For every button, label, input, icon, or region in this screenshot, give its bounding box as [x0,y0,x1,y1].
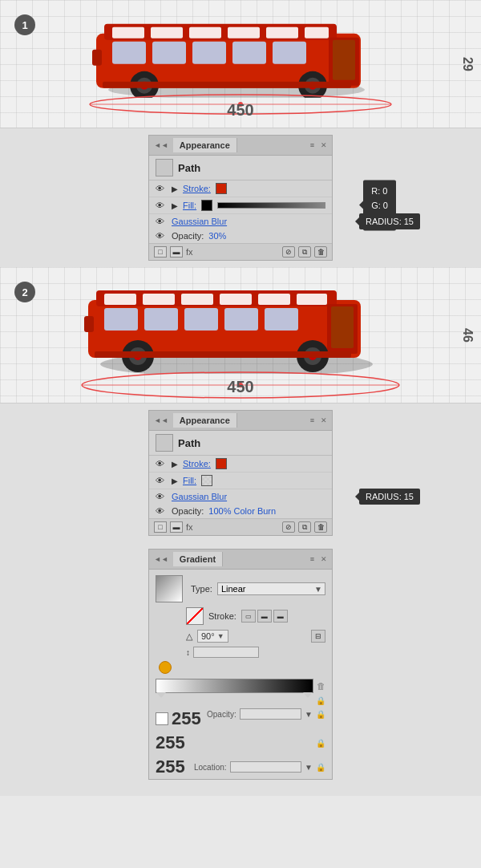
stroke-2-expand-arrow[interactable]: ▶ [172,460,178,468]
stroke-color-swatch[interactable] [216,183,227,194]
stroke-visibility-eye[interactable]: 👁 [156,184,167,193]
gradient-bar[interactable] [156,679,313,693]
fill-2-expand-arrow[interactable]: ▶ [172,477,178,485]
opacity-input[interactable] [240,708,301,720]
panel-footer-no-icon[interactable]: ⊘ [282,246,295,258]
stroke-button-group: ▭ ▬ ▬ [241,610,288,623]
stroke-expand-arrow[interactable]: ▶ [172,185,178,193]
gradient-aspect-btn[interactable]: ⊟ [311,630,325,643]
svg-rect-23 [103,81,351,87]
fill-color-swatch[interactable] [201,200,212,211]
gradient-stop-right[interactable] [303,692,313,698]
panel-footer-copy-icon[interactable]: ⧉ [298,246,311,258]
opacity-dropdown[interactable]: ▼ [305,710,313,719]
step-badge-1: 1 [14,14,35,35]
gradient-preview-swatch[interactable] [156,575,183,602]
fx-label[interactable]: fx [186,247,193,257]
color-lock-2[interactable]: 🔒 [316,739,325,748]
gradient-angle-dropdown[interactable]: ▼ [217,632,224,640]
svg-rect-50 [95,351,351,358]
fill-2-visibility-eye[interactable]: 👁 [156,476,167,485]
stroke-2-label[interactable]: Stroke: [183,459,211,468]
gradient-tab[interactable]: Gradient [173,552,223,566]
gradient-bar-delete[interactable]: 🗑 [317,681,325,691]
gaussian-blur-row: 👁 Gaussian Blur RADIUS: 15 [149,214,332,229]
gradient-angle-value: 90° [201,631,215,641]
stroke-btn-1[interactable]: ▭ [241,610,256,623]
gradient-aspect-input[interactable] [193,647,259,658]
stroke-label[interactable]: Stroke: [183,184,211,193]
svg-rect-10 [152,41,186,63]
location-input[interactable] [230,761,302,773]
location-lock[interactable]: 🔒 [316,763,325,772]
color-value-2: 255 [156,732,188,753]
stroke-btn-2[interactable]: ▬ [257,610,272,623]
svg-rect-8 [305,26,329,38]
color-swatch-white[interactable] [156,712,168,725]
stroke-2-visibility-eye[interactable]: 👁 [156,459,167,468]
svg-rect-11 [192,41,226,63]
panel-2-footer-rect-icon[interactable]: ▬ [170,521,183,533]
opacity-lock[interactable]: 🔒 [316,710,325,719]
gradient-angle-input[interactable]: 90° ▼ [197,630,228,643]
dim-width-1: 450 [227,101,253,120]
panel-2-footer-copy-icon[interactable]: ⧉ [298,521,311,533]
location-dropdown[interactable]: ▼ [305,763,313,772]
svg-rect-37 [144,308,178,331]
panel-2-close-button[interactable]: ✕ [321,416,327,424]
gradient-type-select[interactable]: Linear Radial [217,582,325,595]
svg-rect-5 [189,26,221,38]
radius-tooltip: RADIUS: 15 [359,213,420,229]
panel-1-titlebar: ◄◄ Appearance ≡ ✕ [149,136,332,156]
fill-2-color-swatch[interactable] [201,475,212,486]
panel-collapse-arrows[interactable]: ◄◄ [154,141,168,149]
fill-expand-arrow[interactable]: ▶ [172,201,178,210]
panel-2-tab-appearance[interactable]: Appearance [173,413,237,428]
svg-rect-7 [266,26,298,38]
stroke-btn-3[interactable]: ▬ [273,610,288,623]
svg-rect-40 [265,308,298,331]
panel-close-button[interactable]: ✕ [321,141,327,149]
panel-path-row: Path [149,156,332,180]
path-2-label: Path [178,437,200,449]
panel-2-footer-square-icon[interactable]: □ [154,521,167,533]
opacity-value[interactable]: 30% [208,231,226,241]
path-2-thumbnail [156,434,173,452]
fill-visibility-eye[interactable]: 👁 [156,201,167,210]
svg-rect-36 [104,308,138,331]
fill-label[interactable]: Fill: [183,201,196,210]
opacity-2-visibility-eye[interactable]: 👁 [156,506,167,516]
gradient-close-button[interactable]: ✕ [321,555,327,563]
panel-footer-rect-icon[interactable]: ▬ [170,246,183,258]
blur-label[interactable]: Gaussian Blur [172,217,227,226]
fill-gradient-bar [217,202,325,209]
gradient-menu-icon[interactable]: ≡ [310,555,314,563]
panel-2-footer-delete-icon[interactable]: 🗑 [314,521,327,533]
blur-2-visibility-eye[interactable]: 👁 [156,492,167,501]
panel-2-collapse-arrows[interactable]: ◄◄ [154,416,168,424]
gradient-active-stop-indicator[interactable] [159,661,172,674]
opacity-visibility-eye[interactable]: 👁 [156,231,167,241]
fill-2-label[interactable]: Fill: [183,476,196,485]
opacity-2-value[interactable]: 100% Color Burn [208,506,276,516]
panel-2-footer: □ ▬ fx ⊘ ⧉ 🗑 [149,518,332,535]
panel-footer-delete-icon[interactable]: 🗑 [314,246,327,258]
appearance-panel-1: ◄◄ Appearance ≡ ✕ Path 👁 ▶ Stroke: 👁 ▶ F… [148,135,333,261]
panel-2-titlebar: ◄◄ Appearance ≡ ✕ [149,411,332,431]
gradient-panel: ◄◄ Gradient ≡ ✕ Type: Linear Radial ▼ [148,549,333,780]
blur-2-label[interactable]: Gaussian Blur [172,492,227,501]
panel-tab-appearance[interactable]: Appearance [173,138,237,152]
gradient-stroke-swatch[interactable] [186,607,204,625]
fx-label-2[interactable]: fx [186,522,193,532]
gradient-collapse-arrows[interactable]: ◄◄ [154,555,168,563]
svg-rect-9 [112,41,146,63]
panel-menu-icon[interactable]: ≡ [310,141,314,149]
panel-footer-square-icon[interactable]: □ [154,246,167,258]
panel-2-footer-no-icon[interactable]: ⊘ [282,521,295,533]
svg-rect-4 [151,26,183,38]
gradient-stop-left[interactable] [156,692,166,698]
stroke-2-color-swatch[interactable] [216,458,227,469]
gradient-lock-icon[interactable]: 🔒 [316,696,325,705]
panel-2-menu-icon[interactable]: ≡ [310,416,314,424]
blur-visibility-eye[interactable]: 👁 [156,217,167,226]
